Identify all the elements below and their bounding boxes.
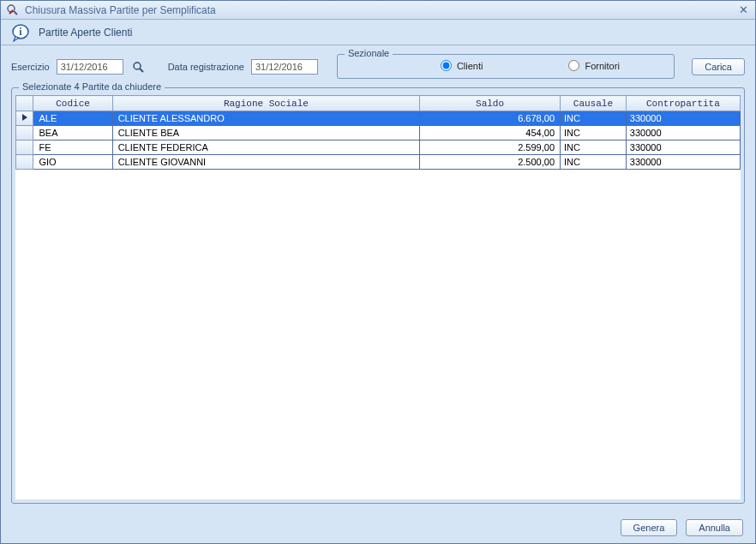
page-subtitle: Partite Aperte Clienti	[39, 27, 132, 39]
col-header-ragione[interactable]: Ragione Sociale	[112, 96, 419, 111]
data-grid[interactable]: Codice Ragione Sociale Saldo Causale Con…	[15, 95, 741, 499]
cell-ragione: CLIENTE BEA	[112, 126, 419, 140]
row-marker	[16, 126, 33, 140]
footer-buttons: Genera Annulla	[621, 519, 743, 536]
cell-causale: INC	[561, 111, 627, 126]
info-icon: i	[9, 21, 32, 44]
row-marker	[16, 140, 33, 155]
svg-line-1	[14, 11, 17, 15]
cell-ragione: CLIENTE GIOVANNI	[112, 155, 419, 170]
radio-clienti-label: Clienti	[457, 61, 483, 71]
cell-codice: ALE	[33, 111, 112, 126]
esercizio-input[interactable]	[57, 59, 123, 75]
titlebar: Chiusura Massiva Partite per Semplificat…	[1, 1, 755, 20]
window-root: { "window": { "title": "Chiusura Massiva…	[0, 0, 756, 544]
radio-fornitori-label: Fornitori	[585, 61, 619, 71]
annulla-button[interactable]: Annulla	[686, 519, 743, 536]
cell-contro: 330000	[626, 126, 740, 140]
cell-ragione: CLIENTE ALESSANDRO	[112, 111, 419, 126]
cell-saldo: 6.678,00	[420, 111, 561, 126]
table-row[interactable]: ALECLIENTE ALESSANDRO6.678,00INC330000	[16, 111, 741, 126]
svg-point-5	[134, 63, 141, 69]
partite-table: Codice Ragione Sociale Saldo Causale Con…	[15, 95, 741, 170]
close-icon[interactable]: ✕	[736, 3, 750, 17]
table-row[interactable]: FECLIENTE FEDERICA2.599,00INC330000	[16, 140, 741, 155]
search-icon[interactable]	[130, 59, 146, 75]
data-reg-input[interactable]	[251, 59, 318, 75]
table-container: Selezionate 4 Partite da chiudere Codice…	[11, 87, 745, 504]
col-header-saldo[interactable]: Saldo	[420, 96, 561, 111]
sezionale-group: Sezionale Clienti Fornitori	[337, 54, 675, 79]
svg-line-6	[140, 69, 143, 72]
cell-saldo: 454,00	[420, 126, 561, 140]
svg-marker-7	[22, 114, 27, 121]
toolbar: Esercizio Data registrazione Sezionale C…	[1, 45, 755, 84]
subheader: i Partite Aperte Clienti	[1, 20, 755, 45]
radio-fornitori-input[interactable]	[568, 60, 579, 71]
cell-causale: INC	[561, 126, 627, 140]
table-row[interactable]: GIOCLIENTE GIOVANNI2.500,00INC330000	[16, 155, 741, 170]
svg-line-2	[9, 10, 13, 14]
sezionale-legend: Sezionale	[345, 48, 393, 58]
row-marker	[16, 111, 33, 126]
cell-saldo: 2.500,00	[420, 155, 561, 170]
carica-button[interactable]: Carica	[692, 58, 745, 75]
esercizio-label: Esercizio	[11, 62, 50, 72]
cell-codice: FE	[33, 140, 112, 155]
row-marker	[16, 155, 33, 170]
cell-ragione: CLIENTE FEDERICA	[112, 140, 419, 155]
data-reg-label: Data registrazione	[168, 62, 244, 72]
col-header-causale[interactable]: Causale	[561, 96, 627, 111]
cell-contro: 330000	[626, 111, 740, 126]
window-title: Chiusura Massiva Partite per Semplificat…	[25, 4, 216, 16]
genera-button[interactable]: Genera	[621, 519, 678, 536]
cell-contro: 330000	[626, 155, 740, 170]
cell-codice: BEA	[33, 126, 112, 140]
radio-fornitori[interactable]: Fornitori	[568, 60, 619, 71]
col-header-marker[interactable]	[16, 96, 33, 111]
app-icon	[6, 3, 20, 17]
table-row[interactable]: BEACLIENTE BEA454,00INC330000	[16, 126, 741, 140]
cell-contro: 330000	[626, 140, 740, 155]
radio-clienti-input[interactable]	[441, 60, 452, 71]
table-header-row: Codice Ragione Sociale Saldo Causale Con…	[16, 96, 741, 111]
cell-saldo: 2.599,00	[420, 140, 561, 155]
col-header-codice[interactable]: Codice	[33, 96, 112, 111]
cell-causale: INC	[561, 140, 627, 155]
table-legend: Selezionate 4 Partite da chiudere	[19, 81, 165, 92]
cell-causale: INC	[561, 155, 627, 170]
cell-codice: GIO	[33, 155, 112, 170]
radio-clienti[interactable]: Clienti	[441, 60, 483, 71]
col-header-contro[interactable]: Contropartita	[626, 96, 740, 111]
